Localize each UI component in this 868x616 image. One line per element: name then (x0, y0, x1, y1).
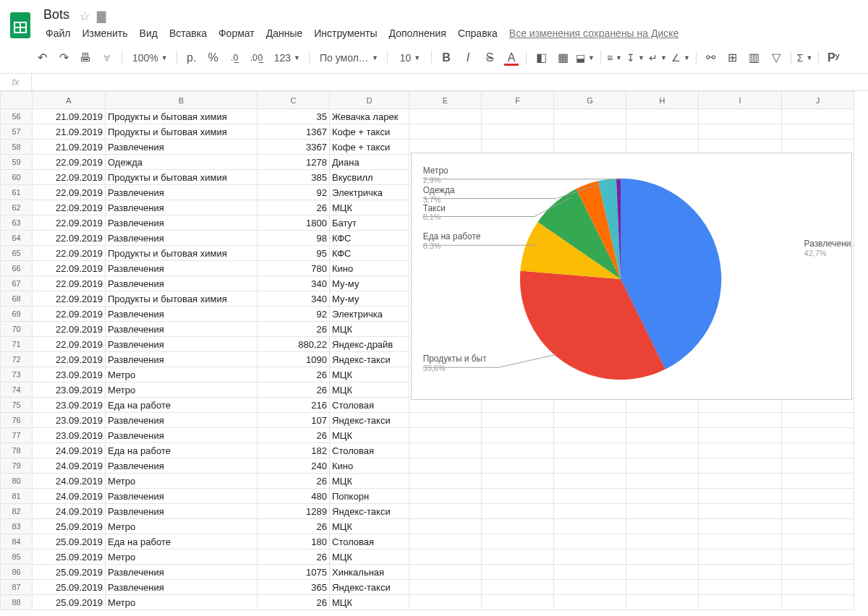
col-header-J[interactable]: J (782, 92, 854, 109)
cell[interactable] (482, 109, 554, 124)
cell[interactable]: 92 (258, 185, 330, 200)
cell[interactable]: Вкусвилл (330, 170, 409, 185)
row-header[interactable]: 60 (1, 170, 33, 185)
cell[interactable] (409, 534, 482, 549)
cell[interactable]: 92 (258, 307, 330, 322)
row-header[interactable]: 78 (1, 443, 33, 458)
cell[interactable]: Развлечения (106, 580, 258, 595)
menu-view[interactable]: Вид (135, 25, 163, 42)
cell[interactable]: Батут (330, 215, 409, 231)
cell[interactable]: Продукты и бытовая химия (106, 109, 258, 124)
cell[interactable] (626, 428, 699, 443)
row-header[interactable]: 63 (1, 215, 33, 231)
cell[interactable]: Продукты и бытовая химия (106, 170, 258, 185)
cell[interactable]: Продукты и бытовая химия (106, 246, 258, 261)
cell[interactable] (699, 443, 782, 458)
cell[interactable]: Развлечения (106, 504, 258, 519)
cell[interactable]: 22.09.2019 (33, 322, 106, 337)
currency-button[interactable]: р. (182, 48, 202, 68)
cell[interactable]: 22.09.2019 (33, 215, 106, 231)
row-header[interactable]: 58 (1, 140, 33, 155)
cell[interactable] (482, 534, 554, 549)
cell[interactable] (409, 549, 482, 565)
cell[interactable]: 24.09.2019 (33, 443, 106, 458)
cell[interactable]: 22.09.2019 (33, 307, 106, 322)
cell[interactable] (554, 124, 626, 140)
cell[interactable] (482, 580, 554, 595)
sheets-logo-icon[interactable] (6, 11, 35, 40)
cell[interactable] (409, 474, 482, 489)
cell[interactable] (782, 124, 854, 140)
cell[interactable]: Развлечения (106, 307, 258, 322)
cell[interactable] (626, 595, 699, 610)
pie-chart[interactable]: Развлечения42,7%Продукты и быт33,6%Еда н… (411, 153, 852, 400)
cell[interactable]: 26 (258, 549, 330, 565)
cell[interactable]: 95 (258, 246, 330, 261)
functions-button[interactable]: Σ▼ (796, 48, 814, 68)
cell[interactable]: 22.09.2019 (33, 246, 106, 261)
cell[interactable]: Развлечения (106, 200, 258, 215)
cell[interactable]: Му-му (330, 276, 409, 291)
cell[interactable]: 880,22 (258, 337, 330, 352)
col-header-H[interactable]: H (626, 92, 699, 109)
row-header[interactable]: 74 (1, 382, 33, 398)
row-header[interactable]: 71 (1, 337, 33, 352)
cell[interactable] (699, 458, 782, 474)
cell[interactable] (699, 489, 782, 504)
cell[interactable]: 340 (258, 291, 330, 307)
cell[interactable] (482, 428, 554, 443)
cell[interactable] (699, 519, 782, 534)
cell[interactable] (554, 565, 626, 580)
cell[interactable] (482, 549, 554, 565)
v-align-button[interactable]: ↧▼ (625, 48, 646, 68)
cell[interactable] (782, 428, 854, 443)
cell[interactable]: 25.09.2019 (33, 549, 106, 565)
cell[interactable] (409, 428, 482, 443)
cell[interactable]: 21.09.2019 (33, 109, 106, 124)
cell[interactable]: 23.09.2019 (33, 398, 106, 413)
cell[interactable]: МЦК (330, 549, 409, 565)
cell[interactable]: 180 (258, 534, 330, 549)
cell[interactable] (554, 458, 626, 474)
row-header[interactable]: 69 (1, 307, 33, 322)
bold-button[interactable]: B (436, 48, 456, 68)
number-format-dropdown[interactable]: 123▼ (268, 48, 305, 68)
menu-format[interactable]: Формат (213, 25, 260, 42)
cell[interactable] (626, 489, 699, 504)
table-row[interactable]: 81 24.09.2019 Развлечения 480 Попкорн (1, 489, 854, 504)
cell[interactable]: Столовая (330, 398, 409, 413)
print-button[interactable]: 🖶 (75, 48, 95, 68)
cell[interactable] (482, 413, 554, 428)
cell[interactable]: Столовая (330, 534, 409, 549)
cell[interactable]: 21.09.2019 (33, 124, 106, 140)
cell[interactable]: 24.09.2019 (33, 458, 106, 474)
currency-ru-button[interactable]: РУ (823, 48, 843, 68)
cell[interactable]: 107 (258, 413, 330, 428)
folder-icon[interactable]: ▇ (97, 9, 106, 23)
cell[interactable] (699, 534, 782, 549)
row-header[interactable]: 66 (1, 261, 33, 276)
col-header-D[interactable]: D (330, 92, 409, 109)
cell[interactable] (409, 580, 482, 595)
cell[interactable]: Развлечения (106, 413, 258, 428)
cell[interactable]: 26 (258, 382, 330, 398)
cell[interactable]: 23.09.2019 (33, 367, 106, 382)
italic-button[interactable]: I (458, 48, 478, 68)
table-row[interactable]: 77 23.09.2019 Развлечения 26 МЦК (1, 428, 854, 443)
strikethrough-button[interactable]: S (480, 48, 500, 68)
col-header-F[interactable]: F (482, 92, 554, 109)
row-header[interactable]: 61 (1, 185, 33, 200)
cell[interactable] (554, 549, 626, 565)
cell[interactable]: 385 (258, 170, 330, 185)
row-header[interactable]: 82 (1, 504, 33, 519)
cell[interactable]: МЦК (330, 322, 409, 337)
cell[interactable]: 25.09.2019 (33, 565, 106, 580)
increase-decimal-button[interactable]: .00̲ (247, 48, 267, 68)
cell[interactable] (482, 565, 554, 580)
cell[interactable]: 1367 (258, 124, 330, 140)
cell[interactable]: Кофе + такси (330, 124, 409, 140)
font-size-dropdown[interactable]: 10▼ (392, 48, 427, 68)
cell[interactable]: 98 (258, 231, 330, 246)
cell[interactable] (554, 504, 626, 519)
table-row[interactable]: 57 21.09.2019 Продукты и бытовая химия 1… (1, 124, 854, 140)
